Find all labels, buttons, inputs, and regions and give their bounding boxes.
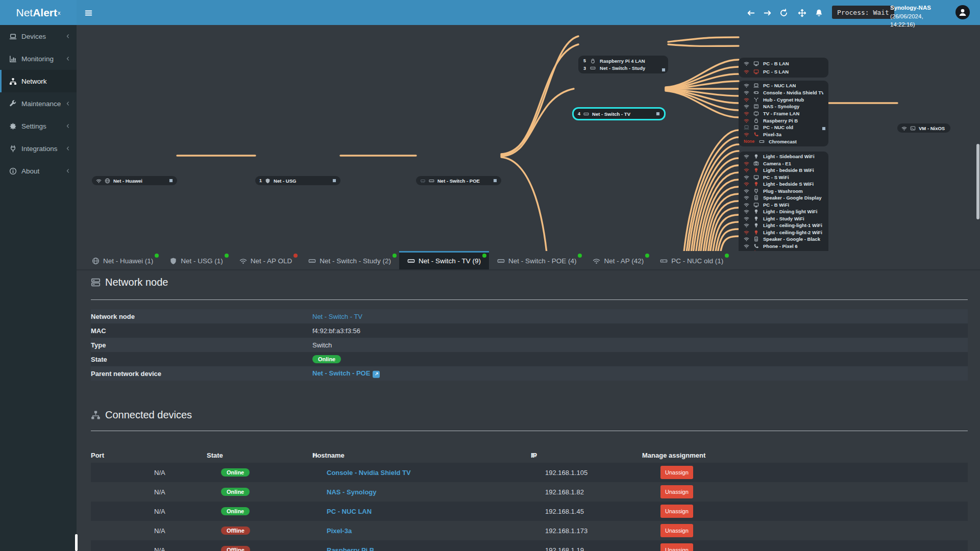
hostname-link[interactable]: NAS - Synology xyxy=(327,488,377,496)
wifi-icon xyxy=(744,236,749,242)
plug-icon xyxy=(9,145,17,153)
sidebar-item-maintenance[interactable]: Maintenance xyxy=(0,92,77,115)
device-node[interactable]: TV - Frame LAN xyxy=(739,110,828,117)
device-node[interactable]: Speaker - Google - Black xyxy=(739,236,828,243)
device-label: Raspberry Pi B xyxy=(763,118,798,123)
hostname-link[interactable]: PC - NUC LAN xyxy=(327,508,372,515)
device-node-pc-s-lan[interactable]: PC - S LAN xyxy=(739,68,828,77)
camera-icon xyxy=(753,161,759,166)
unassign-button[interactable]: Unassign xyxy=(660,505,693,518)
external-link-icon[interactable] xyxy=(373,370,380,378)
monitor-icon xyxy=(753,202,759,208)
device-node[interactable]: Light - Study WiFi xyxy=(739,215,828,222)
node-vm-nixos[interactable]: VM - NixOS xyxy=(897,123,950,133)
device-label: NAS - Synology xyxy=(763,104,799,109)
hostname-link[interactable]: Console - Nvidia Shield TV xyxy=(327,469,411,477)
device-node[interactable]: Console - Nvidia Shield TV xyxy=(739,89,828,96)
tab-label: Net - AP (42) xyxy=(604,257,644,265)
device-node[interactable]: Light - ceiling-light-1 WiFi xyxy=(739,222,828,229)
node-net-switch-poe[interactable]: Net - Switch - POE xyxy=(416,176,501,185)
node-count: 4 xyxy=(578,111,580,116)
device-node[interactable]: NAS - Synology xyxy=(739,103,828,110)
nav-back-icon[interactable] xyxy=(744,6,757,19)
notifications-bell-icon[interactable] xyxy=(812,6,825,19)
user-avatar[interactable] xyxy=(955,5,970,19)
table-row: N/A Online PC - NUC LAN 192.168.1.45 Una… xyxy=(91,502,968,521)
device-node[interactable]: Hub - Cygnet Hub xyxy=(739,96,828,103)
sidebar-item-devices[interactable]: Devices xyxy=(0,25,77,47)
device-node[interactable]: Phone - Pixel 6 xyxy=(739,243,828,250)
node-net-usg[interactable]: 1 Net - USG xyxy=(255,176,340,185)
column-hostname[interactable]: Hostname xyxy=(312,452,318,458)
device-node[interactable]: Light - bedside S WiFi xyxy=(739,181,828,188)
device-node[interactable]: PC - S WiFi xyxy=(739,174,828,181)
tab-net-ap[interactable]: Net - AP (42) xyxy=(584,251,652,269)
node-raspberry-pi4-lan[interactable]: 5 Raspberry Pi 4 LAN xyxy=(578,57,668,65)
sidebar-item-network[interactable]: Network xyxy=(0,70,77,92)
unassign-button[interactable]: Unassign xyxy=(660,543,693,551)
device-node[interactable]: PC - NUC old xyxy=(739,124,828,131)
wifi-icon xyxy=(744,83,749,88)
move-pan-icon[interactable] xyxy=(795,6,808,19)
hostname-link[interactable]: Raspberry Pi B xyxy=(327,546,374,551)
device-node[interactable]: Plug - Washroom xyxy=(739,188,828,195)
device-node-pc-b-lan[interactable]: PC - B LAN xyxy=(739,59,828,68)
device-node[interactable]: Raspberry Pi B xyxy=(739,117,828,124)
type-value: Switch xyxy=(312,341,332,349)
tab-net-switch-poe[interactable]: Net - Switch - POE (4) xyxy=(489,251,585,269)
brand-sup: x xyxy=(58,10,61,16)
chevron-left-icon xyxy=(65,34,70,39)
device-node[interactable]: Speaker - Google Display xyxy=(739,194,828,202)
tab-net-ap-old[interactable]: Net - AP OLD xyxy=(231,251,301,269)
section-title: Connected devices xyxy=(105,409,192,421)
parent-device-link[interactable]: Net - Switch - POE xyxy=(312,369,370,377)
info-label: Type xyxy=(91,341,106,349)
device-label: Light - Dining light WiFi xyxy=(763,209,818,214)
device-node[interactable]: PC - NUC LAN xyxy=(739,82,828,89)
node-net-huawei[interactable]: Net - Huawei xyxy=(92,176,177,185)
sidebar-item-monitoring[interactable]: Monitoring xyxy=(0,47,77,70)
device-node[interactable]: Pixel-3a xyxy=(739,131,828,138)
hostname-link[interactable]: Pixel-3a xyxy=(327,527,352,535)
network-node-link[interactable]: Net - Switch - TV xyxy=(312,313,362,320)
tab-net-switch-study[interactable]: Net - Switch - Study (2) xyxy=(300,251,399,269)
device-label: Light - Sideboard WiFi xyxy=(763,154,815,159)
app-logo[interactable]: NetAlertx xyxy=(0,0,77,25)
unassign-button[interactable]: Unassign xyxy=(660,485,693,498)
device-node[interactable]: PC - B WiFi xyxy=(739,202,828,209)
page-scrollbar-thumb[interactable] xyxy=(976,144,979,219)
switch-icon xyxy=(583,111,589,117)
device-node[interactable]: Light - ceiling-light-2 WiFi xyxy=(739,229,828,236)
node-label: Net - Huawei xyxy=(113,178,166,184)
unassign-button[interactable]: Unassign xyxy=(660,466,693,479)
device-node[interactable]: None Chromecast xyxy=(739,138,828,145)
tab-net-switch-tv[interactable]: Net - Switch - TV (9) xyxy=(399,251,489,269)
column-ip[interactable]: IP xyxy=(531,452,537,458)
device-label: PC - NUC LAN xyxy=(763,83,796,88)
nav-forward-icon[interactable] xyxy=(761,6,774,19)
tab-net-huawei[interactable]: Net - Huawei (1) xyxy=(84,251,161,269)
node-net-switch-tv-selected[interactable]: 4 Net - Switch - TV xyxy=(572,107,666,120)
tab-net-usg[interactable]: Net - USG (1) xyxy=(161,251,231,269)
table-row: N/A Offline Pixel-3a 192.168.1.173 Unass… xyxy=(91,521,968,540)
device-label: PC - NUC old xyxy=(763,124,793,130)
process-status-badge[interactable]: Process: Wait xyxy=(832,6,894,19)
device-label: Hub - Cygnet Hub xyxy=(763,97,804,103)
unassign-button[interactable]: Unassign xyxy=(660,524,693,537)
refresh-icon[interactable] xyxy=(777,6,790,19)
device-node[interactable]: Light - Dining light WiFi xyxy=(739,208,828,215)
device-node[interactable]: Camera - E1 xyxy=(739,160,828,167)
sidebar-item-about[interactable]: About xyxy=(0,160,77,182)
sidebar-scrollbar-thumb[interactable] xyxy=(75,534,78,551)
sidebar-item-settings[interactable]: Settings xyxy=(0,115,77,137)
network-node-heading: Network node xyxy=(91,277,168,288)
tab-pc-nuc-old[interactable]: PC - NUC old (1) xyxy=(652,251,731,269)
info-label: Parent network device xyxy=(91,370,161,378)
device-node[interactable]: Light - Sideboard WiFi xyxy=(739,153,828,160)
device-label: Pixel-3a xyxy=(763,132,781,137)
sidebar-item-integrations[interactable]: Integrations xyxy=(0,137,77,160)
node-net-switch-study[interactable]: 3 Net - Switch - Study xyxy=(578,65,668,72)
device-node[interactable]: Light - bedside B WiFi xyxy=(739,167,828,174)
wifi-icon xyxy=(744,154,749,159)
hamburger-menu-icon[interactable] xyxy=(82,6,95,19)
